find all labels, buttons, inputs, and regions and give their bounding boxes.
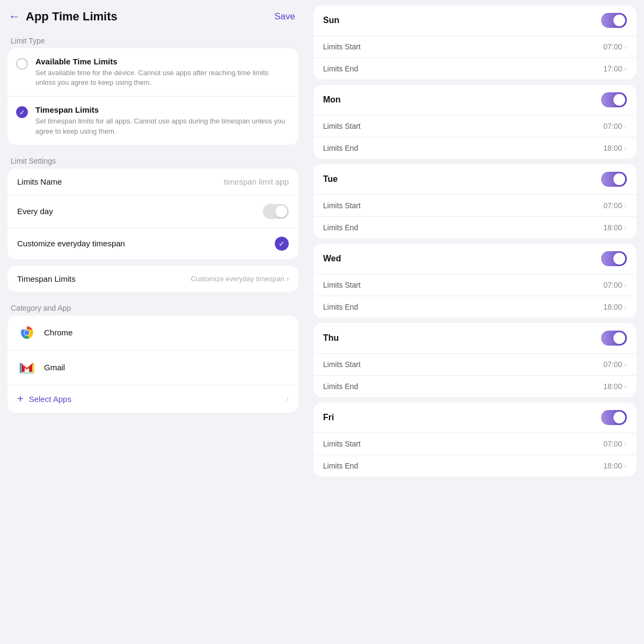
limits-start-label-fri: Limits Start (323, 440, 361, 448)
limits-end-row-thu[interactable]: Limits End 18:00 › (313, 375, 636, 397)
limits-start-chevron-icon: › (624, 122, 627, 130)
limits-end-chevron-icon: › (624, 303, 627, 311)
day-name-tue: Tue (323, 174, 338, 184)
day-card-tue: Tue Limits Start 07:00 › Limits End 18:0… (313, 164, 636, 238)
limits-end-value-wed: 18:00 › (603, 303, 627, 311)
limit-settings-label: Limit Settings (0, 151, 306, 169)
timespan-chevron-icon: › (287, 275, 289, 283)
select-apps-row[interactable]: + Select Apps › (8, 385, 298, 413)
limits-end-label-fri: Limits End (323, 462, 358, 470)
radio-selected[interactable]: ✓ (16, 106, 28, 118)
limits-start-chevron-icon: › (624, 281, 627, 289)
radio-unselected[interactable] (16, 58, 28, 70)
save-button[interactable]: Save (274, 11, 295, 22)
limits-start-row-thu[interactable]: Limits Start 07:00 › (313, 353, 636, 375)
limit-type-card: Available Time Limits Set available time… (8, 48, 298, 145)
timespan-value-text: Customize everyday timespan (191, 275, 284, 283)
limits-end-chevron-icon: › (624, 382, 627, 391)
day-toggle-mon[interactable] (601, 92, 627, 107)
every-day-label: Every day (17, 207, 53, 216)
gmail-app-item: Gmail (8, 350, 298, 385)
limits-start-chevron-icon: › (624, 42, 627, 51)
limits-start-label-tue: Limits Start (323, 201, 361, 210)
chrome-name: Chrome (44, 328, 72, 337)
limits-start-row-wed[interactable]: Limits Start 07:00 › (313, 274, 636, 296)
gmail-icon (17, 358, 36, 377)
limits-end-row-wed[interactable]: Limits End 18:00 › (313, 296, 636, 318)
check-mark: ✓ (19, 108, 25, 116)
day-header-thu: Thu (313, 323, 636, 353)
limits-end-value-mon: 18:00 › (603, 144, 627, 152)
header: ← App Time Limits Save (0, 0, 306, 31)
limits-start-chevron-icon: › (624, 440, 627, 448)
timespan-title: Timespan Limits (35, 105, 290, 114)
day-toggle-thu[interactable] (601, 331, 627, 346)
day-name-sun: Sun (323, 16, 339, 25)
limits-start-row-fri[interactable]: Limits Start 07:00 › (313, 433, 636, 455)
limits-end-chevron-icon: › (624, 462, 627, 470)
limits-end-row-sun[interactable]: Limits End 17:00 › (313, 57, 636, 79)
day-name-fri: Fri (323, 413, 334, 422)
limit-settings-card: Limits Name timespan limit app Every day… (8, 169, 298, 259)
chrome-icon (17, 323, 36, 342)
day-toggle-wed[interactable] (601, 251, 627, 266)
day-toggle-tue[interactable] (601, 172, 627, 187)
limits-end-value-thu: 18:00 › (603, 382, 627, 391)
check-icon: ✓ (279, 239, 285, 248)
day-card-sun: Sun Limits Start 07:00 › Limits End 17:0… (313, 5, 636, 79)
right-panel: Sun Limits Start 07:00 › Limits End 17:0… (306, 0, 644, 644)
limits-start-row-mon[interactable]: Limits Start 07:00 › (313, 115, 636, 137)
back-button[interactable]: ← (9, 11, 20, 23)
category-app-card: Chrome Gmail (8, 316, 298, 413)
limits-name-row[interactable]: Limits Name timespan limit app (8, 169, 298, 195)
day-header-mon: Mon (313, 85, 636, 115)
page-title: App Time Limits (26, 10, 118, 24)
limits-start-value-tue: 07:00 › (603, 201, 627, 210)
customize-label: Customize everyday timespan (17, 239, 125, 248)
limits-start-row-tue[interactable]: Limits Start 07:00 › (313, 194, 636, 216)
day-header-tue: Tue (313, 164, 636, 194)
available-desc: Set available time for the device. Canno… (35, 68, 290, 87)
limits-start-value-mon: 07:00 › (603, 122, 627, 130)
limits-end-row-mon[interactable]: Limits End 18:00 › (313, 137, 636, 159)
select-apps-chevron-icon: › (286, 394, 289, 404)
limits-start-chevron-icon: › (624, 360, 627, 369)
limits-end-value-sun: 17:00 › (603, 64, 627, 73)
day-header-sun: Sun (313, 5, 636, 35)
day-toggle-fri[interactable] (601, 410, 627, 425)
category-app-label: Category and App (0, 298, 306, 316)
limits-start-row-sun[interactable]: Limits Start 07:00 › (313, 35, 636, 57)
select-apps-label: Select Apps (29, 394, 71, 404)
every-day-toggle[interactable] (263, 204, 289, 219)
limits-name-label: Limits Name (17, 177, 62, 186)
gmail-name: Gmail (44, 363, 65, 372)
limits-start-value-wed: 07:00 › (603, 281, 627, 289)
header-left: ← App Time Limits (9, 10, 118, 24)
limits-start-value-sun: 07:00 › (603, 42, 627, 51)
limits-end-label-wed: Limits End (323, 303, 358, 311)
chrome-app-item: Chrome (8, 316, 298, 350)
limits-end-label-sun: Limits End (323, 64, 358, 73)
limits-start-label-wed: Limits Start (323, 281, 361, 289)
day-toggle-sun[interactable] (601, 13, 627, 28)
day-card-wed: Wed Limits Start 07:00 › Limits End 18:0… (313, 244, 636, 318)
customize-check[interactable]: ✓ (275, 237, 289, 251)
timespan-limits-card: Timespan Limits Customize everyday times… (8, 266, 298, 292)
every-day-row[interactable]: Every day (8, 195, 298, 228)
limits-end-row-fri[interactable]: Limits End 18:00 › (313, 455, 636, 477)
limits-start-label-mon: Limits Start (323, 122, 361, 130)
available-time-limits-option[interactable]: Available Time Limits Set available time… (8, 48, 298, 96)
timespan-limits-option[interactable]: ✓ Timespan Limits Set timespan limits fo… (8, 96, 298, 144)
limits-start-label-sun: Limits Start (323, 42, 361, 51)
day-name-mon: Mon (323, 95, 341, 105)
limits-name-value: timespan limit app (224, 177, 289, 186)
limits-end-row-tue[interactable]: Limits End 18:00 › (313, 216, 636, 238)
limits-end-label-mon: Limits End (323, 144, 358, 152)
left-panel: ← App Time Limits Save Limit Type Availa… (0, 0, 306, 644)
customize-row[interactable]: Customize everyday timespan ✓ (8, 228, 298, 259)
limit-type-label: Limit Type (0, 31, 306, 48)
limits-end-value-tue: 18:00 › (603, 223, 627, 232)
timespan-limits-row[interactable]: Timespan Limits Customize everyday times… (8, 266, 298, 292)
limits-start-value-fri: 07:00 › (603, 440, 627, 448)
option-timespan-text: Timespan Limits Set timespan limits for … (35, 105, 290, 136)
